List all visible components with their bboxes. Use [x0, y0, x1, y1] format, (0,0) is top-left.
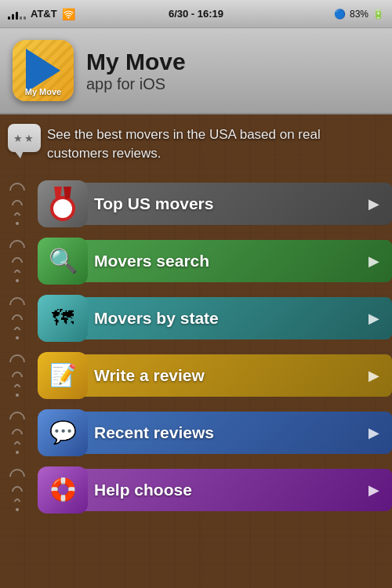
menu-tab: 🗺 Movers by state ▶ — [38, 295, 392, 342]
stars: ★★ — [13, 132, 35, 144]
bluetooth-icon: 🔵 — [334, 9, 346, 20]
tab-body: Write a review ▶ — [82, 354, 392, 397]
tab-label: Top US movers — [94, 194, 213, 213]
tab-icon-area: 📝 — [38, 352, 88, 399]
menu-tab: Top US movers ▶ — [38, 180, 392, 227]
main-content: My Move My Move app for iOS ★★ See the b… — [0, 28, 392, 588]
wifi-arc-1 — [13, 497, 21, 506]
lifesaver-icon: 🛟 — [49, 477, 77, 503]
wifi-symbol — [9, 354, 25, 397]
tab-label: Movers by state — [94, 309, 219, 328]
speech-bubble: ★★ — [8, 124, 41, 152]
wifi-arc-2 — [9, 369, 25, 385]
signal-bars — [8, 9, 26, 20]
wifi-arc-2 — [9, 426, 25, 442]
tab-label: Write a review — [94, 366, 205, 385]
menu-list: Top US movers ▶ 🔍 Movers se — [0, 174, 392, 588]
tab-body: Top US movers ▶ — [82, 183, 392, 225]
map-icon: 🗺 — [52, 305, 74, 331]
carrier-label: AT&T — [31, 8, 57, 20]
wifi-arc-1 — [13, 440, 21, 448]
arrow-icon — [26, 49, 60, 93]
status-right: 🔵 83% 🔋 — [334, 9, 384, 20]
tab-body: Movers search ▶ — [82, 240, 392, 282]
signal-bar-1 — [8, 16, 10, 20]
signal-bar-4 — [20, 16, 22, 20]
wifi-arc-1 — [13, 211, 21, 220]
wifi-symbol — [9, 297, 25, 339]
wifi-arc-1 — [13, 383, 21, 391]
medal-icon — [50, 187, 75, 221]
wifi-indicator — [0, 183, 34, 225]
tab-label: Recent reviews — [94, 423, 214, 442]
chevron-right-icon: ▶ — [368, 481, 379, 499]
search-icon: 🔍 — [49, 247, 78, 274]
tab-icon-area: 🗺 — [38, 295, 88, 342]
wifi-arc-2 — [9, 312, 25, 328]
wifi-arc-2 — [9, 198, 25, 213]
wifi-arc-3 — [6, 350, 28, 372]
tab-label: Movers search — [94, 252, 209, 270]
menu-item-help-choose[interactable]: 🛟 Help choose ▶ — [0, 463, 392, 517]
wifi-symbol — [9, 240, 25, 282]
battery-icon: 🔋 — [372, 9, 384, 20]
wifi-symbol — [9, 412, 25, 454]
tab-icon-area: 🛟 — [38, 466, 88, 514]
chevron-right-icon: ▶ — [368, 424, 379, 441]
signal-bar-5 — [24, 16, 26, 20]
tab-body: Movers by state ▶ — [82, 297, 392, 339]
speech-bubble-area: ★★ — [8, 124, 41, 152]
wifi-indicator — [0, 412, 34, 454]
wifi-dot — [16, 222, 19, 225]
tab-icon-area: 💬 — [38, 409, 88, 456]
wifi-indicator — [0, 240, 34, 282]
tab-icon-area — [38, 180, 88, 227]
wifi-arc-1 — [13, 325, 21, 334]
wifi-arc-2 — [9, 484, 25, 499]
wifi-dot — [16, 394, 19, 397]
wifi-arc-3 — [6, 408, 28, 430]
wifi-symbol — [9, 183, 25, 225]
status-bar: AT&T 🛜 6/30 - 16:19 🔵 83% 🔋 — [0, 0, 392, 28]
wifi-dot — [16, 508, 19, 511]
menu-tab: 📝 Write a review ▶ — [38, 352, 392, 399]
chat-icon: 💬 — [49, 419, 77, 445]
wifi-dot — [16, 279, 19, 282]
wifi-indicator — [0, 297, 34, 339]
medal-circle — [50, 196, 75, 221]
description-text: See the best movers in the USA based on … — [47, 125, 379, 163]
wifi-icon: 🛜 — [62, 8, 75, 20]
menu-item-movers-state[interactable]: 🗺 Movers by state ▶ — [0, 292, 392, 345]
app-name: My Move — [86, 49, 186, 74]
tab-body: Recent reviews ▶ — [82, 412, 392, 454]
menu-tab: 💬 Recent reviews ▶ — [38, 409, 392, 456]
wifi-arc-1 — [13, 268, 21, 277]
wifi-arc-3 — [6, 179, 28, 201]
status-left: AT&T 🛜 — [8, 8, 75, 20]
wifi-arc-3 — [6, 465, 28, 487]
app-header: My Move My Move app for iOS — [0, 28, 392, 114]
header-text: My Move app for iOS — [86, 49, 186, 93]
menu-item-top-movers[interactable]: Top US movers ▶ — [0, 177, 392, 230]
battery-label: 83% — [350, 9, 368, 20]
wifi-indicator — [0, 354, 34, 397]
menu-item-write-review[interactable]: 📝 Write a review ▶ — [0, 349, 392, 402]
wifi-indicator — [0, 469, 34, 511]
chevron-right-icon: ▶ — [368, 195, 379, 212]
wifi-symbol — [9, 469, 25, 511]
chevron-right-icon: ▶ — [368, 367, 379, 384]
app-subtitle: app for iOS — [86, 74, 186, 93]
wifi-arc-2 — [9, 255, 25, 270]
chevron-right-icon: ▶ — [368, 252, 379, 270]
signal-bar-3 — [16, 12, 18, 20]
time-label: 6/30 - 16:19 — [169, 8, 223, 20]
wifi-arc-3 — [6, 293, 28, 315]
description-area: ★★ See the best movers in the USA based … — [0, 114, 392, 174]
icon-label: My Move — [13, 87, 74, 96]
menu-item-recent-reviews[interactable]: 💬 Recent reviews ▶ — [0, 406, 392, 459]
wifi-dot — [16, 451, 19, 454]
menu-item-movers-search[interactable]: 🔍 Movers search ▶ — [0, 234, 392, 288]
tab-icon-area: 🔍 — [38, 238, 88, 285]
wifi-arc-3 — [6, 236, 28, 258]
signal-bar-2 — [12, 14, 14, 20]
